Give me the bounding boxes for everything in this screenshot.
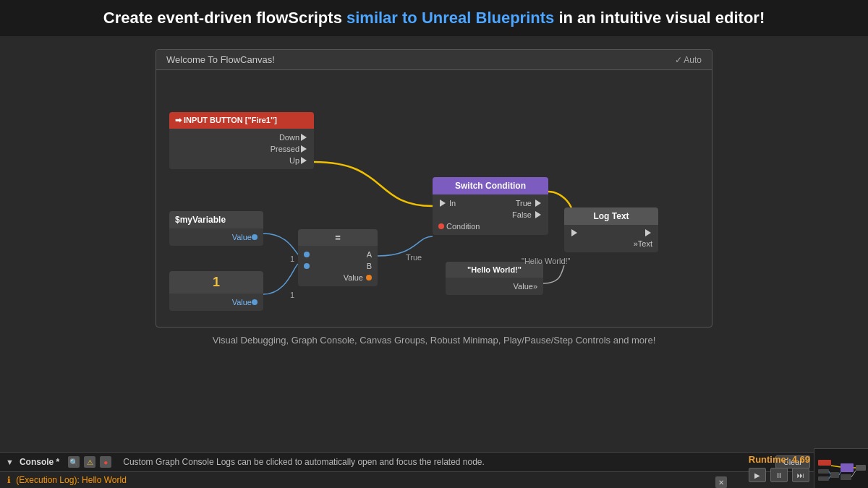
svg-line-11 [839, 472, 841, 475]
auto-label: ✓ Auto [675, 55, 702, 65]
runtime-section: Runtime: 4.69 ▶ ⏸ ⏭ [749, 454, 810, 482]
svg-rect-3 [830, 472, 839, 478]
port-switch-false [535, 211, 541, 218]
svg-rect-0 [818, 460, 831, 466]
node-var-value: Value [169, 231, 263, 243]
node-equals-header: = [298, 229, 378, 246]
node-input-pressed: Pressed [169, 143, 314, 155]
node-one[interactable]: 1 Value [169, 271, 263, 311]
header-highlight: similar to Unreal Blueprints [346, 9, 554, 27]
minimap [814, 448, 868, 488]
node-equals-a: A [298, 249, 378, 260]
port-one-value [252, 299, 258, 305]
node-input-body: Down Pressed Up [169, 129, 314, 169]
execution-close-btn[interactable]: ✕ [715, 476, 727, 488]
execution-log-icon: ℹ [7, 475, 11, 485]
node-var-header: $myVariable [169, 211, 263, 228]
node-one-value: Value [169, 296, 263, 308]
main-area: Welcome To FlowCanvas! ✓ Auto [0, 36, 868, 353]
node-log-body: »Text [564, 225, 658, 252]
float-label-1a: 1 [290, 254, 294, 263]
minimap-inner [814, 449, 868, 488]
runtime-play-btn[interactable]: ▶ [749, 468, 766, 482]
node-log-text[interactable]: Log Text »Text [564, 207, 658, 252]
console-search-btn[interactable]: 🔍 [68, 456, 80, 468]
header-text-before: Create event-driven flowScripts [103, 9, 346, 27]
node-equals-value-out: Value [298, 272, 378, 283]
console-title: Console * [20, 457, 59, 467]
port-b-in [304, 263, 310, 269]
console-bar: ▼ Console * 🔍 ⚠ ● Custom Graph Console L… [0, 452, 868, 488]
node-equals-b: B [298, 260, 378, 272]
node-switch-in: In True [433, 197, 548, 209]
console-icons: 🔍 ⚠ ● [68, 456, 111, 468]
svg-line-9 [829, 471, 830, 474]
port-a-in [304, 252, 310, 257]
node-switch-condition-row: Condition [433, 221, 548, 232]
header-text-after: in an intuitive visual editor! [554, 9, 765, 27]
float-label-1b: 1 [290, 291, 294, 299]
node-switch-condition[interactable]: Switch Condition In True False Condition [433, 177, 548, 235]
runtime-label: Runtime: 4.69 [749, 454, 810, 465]
node-log-text-row: »Text [564, 238, 658, 249]
flow-canvas: Welcome To FlowCanvas! ✓ Auto [156, 49, 712, 328]
node-equals[interactable]: = A B Value [298, 229, 378, 286]
port-log-out [645, 229, 651, 236]
caption-text: Visual Debugging, Graph Console, Canvas … [213, 335, 656, 346]
svg-rect-1 [818, 469, 829, 474]
node-input-up: Up [169, 155, 314, 166]
port-value-out [366, 275, 372, 281]
node-log-header: Log Text [564, 207, 658, 225]
console-error-btn[interactable]: ● [100, 456, 111, 468]
port-switch-true [535, 200, 541, 207]
svg-rect-2 [818, 476, 829, 481]
port-up-right [301, 157, 307, 164]
node-hello-world[interactable]: "Hello World!" Value» [446, 262, 543, 295]
canvas-titlebar: Welcome To FlowCanvas! ✓ Auto [156, 50, 712, 70]
node-var-body: Value [169, 228, 263, 246]
runtime-pause-btn[interactable]: ⏸ [770, 468, 788, 482]
minimap-svg [814, 449, 868, 488]
console-top: ▼ Console * 🔍 ⚠ ● Custom Graph Console L… [0, 453, 868, 472]
node-variable[interactable]: $myVariable Value [169, 211, 263, 246]
execution-log: ℹ (Execution Log): Hello World [7, 475, 127, 485]
float-label-true: True [406, 253, 422, 262]
console-warn-btn[interactable]: ⚠ [84, 456, 95, 468]
node-hello-body: Value» [446, 278, 543, 295]
console-expand-icon[interactable]: ▼ [6, 458, 14, 466]
node-one-header: 1 [169, 271, 263, 294]
dot-condition-red [438, 223, 444, 229]
node-switch-header: Switch Condition [433, 177, 548, 194]
node-input-button[interactable]: ➡ INPUT BUTTON ["Fire1"] Down Pressed Up [169, 112, 314, 169]
node-input-header: ➡ INPUT BUTTON ["Fire1"] [169, 112, 314, 129]
port-log-in [571, 229, 577, 236]
svg-rect-6 [856, 465, 866, 471]
float-label-hw: "Hello World!" [522, 257, 571, 265]
port-switch-in [440, 200, 446, 207]
port-down-right [301, 134, 307, 141]
canvas-content: ➡ INPUT BUTTON ["Fire1"] Down Pressed Up [156, 70, 713, 327]
port-var-value [252, 234, 258, 240]
node-hello-value: Value» [446, 281, 543, 292]
node-log-exec-row [564, 228, 658, 238]
port-pressed-right [301, 145, 307, 153]
console-log-message: Custom Graph Console Logs can be clicked… [117, 457, 769, 467]
canvas-title: Welcome To FlowCanvas! [166, 54, 275, 65]
node-input-down: Down [169, 132, 314, 143]
svg-line-7 [831, 466, 841, 467]
node-switch-false: False [433, 209, 548, 221]
node-one-body: Value [169, 294, 263, 311]
svg-rect-5 [841, 474, 851, 480]
console-bottom: ℹ (Execution Log): Hello World ✕ Runtime… [0, 472, 868, 488]
node-switch-body: In True False Condition [433, 194, 548, 235]
svg-rect-4 [841, 463, 854, 472]
runtime-controls: ▶ ⏸ ⏭ [749, 468, 809, 482]
node-equals-body: A B Value [298, 246, 378, 286]
header-bar: Create event-driven flowScripts similar … [0, 0, 868, 36]
svg-line-10 [829, 476, 830, 479]
runtime-step-btn[interactable]: ⏭ [792, 468, 809, 482]
